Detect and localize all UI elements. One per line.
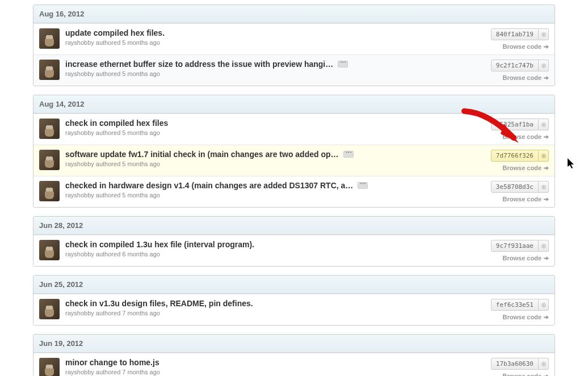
browse-code-link[interactable]: Browse code	[503, 43, 549, 50]
commit-main: software update fw1.7 initial check in (…	[65, 150, 485, 167]
commit-main: checked in hardware design v1.4 (main ch…	[65, 181, 485, 198]
commit-author-link[interactable]: rayshobby	[65, 310, 94, 316]
commit-title-link[interactable]: check in v1.3u design files, README, pin…	[65, 299, 253, 308]
commit-author-link[interactable]: rayshobby	[65, 160, 94, 167]
authored-text: authored	[94, 39, 123, 46]
commit-title-link[interactable]: check in compiled hex files	[65, 119, 168, 128]
commit-main: minor change to home.jsrayshobby authore…	[65, 358, 485, 375]
commit-time: 7 months ago	[122, 310, 160, 316]
commit-meta: rayshobby authored 5 months ago	[65, 192, 485, 198]
commit-meta: rayshobby authored 5 months ago	[65, 129, 485, 136]
expand-message-button[interactable]	[338, 61, 348, 67]
browse-tree-button[interactable]	[539, 358, 549, 370]
commit-row: check in compiled 1.3u hex file (interva…	[33, 235, 555, 266]
browse-code-label: Browse code	[503, 196, 541, 202]
commit-sha-link[interactable]: 9c7f931aae	[491, 240, 539, 252]
commit-title: check in compiled hex files	[65, 119, 485, 128]
commit-title-link[interactable]: software update fw1.7 initial check in (…	[65, 150, 339, 159]
avatar[interactable]	[39, 119, 60, 139]
commit-title-link[interactable]: update compiled hex files.	[65, 28, 165, 37]
expand-message-button[interactable]	[343, 151, 354, 158]
arrow-right-icon	[544, 374, 549, 377]
commit-row: checked in hardware design v1.4 (main ch…	[33, 176, 555, 207]
commit-sha-link[interactable]: 7d7766f326	[491, 150, 539, 162]
browse-code-link[interactable]: Browse code	[503, 164, 549, 171]
commit-meta: rayshobby authored 5 months ago	[65, 70, 485, 77]
expand-message-button[interactable]	[358, 182, 368, 189]
commit-group-date-header: Aug 14, 2012	[33, 95, 555, 113]
commit-title: software update fw1.7 initial check in (…	[65, 150, 485, 159]
commit-actions: 840f1ab719Browse code	[491, 28, 549, 50]
browse-code-link[interactable]: Browse code	[503, 255, 549, 261]
commit-meta: rayshobby authored 7 months ago	[65, 369, 485, 375]
sha-button-group: 7d7766f326	[491, 150, 549, 162]
avatar[interactable]	[39, 299, 60, 319]
browse-tree-button[interactable]	[539, 119, 549, 130]
authored-text: authored	[94, 310, 123, 316]
browse-code-link[interactable]: Browse code	[503, 314, 549, 320]
commit-title-link[interactable]: minor change to home.js	[65, 358, 159, 367]
sha-button-group: 9c2f1c747b	[491, 60, 549, 71]
commit-sha-link[interactable]: e5325af1ba	[491, 119, 539, 130]
mouse-cursor	[568, 158, 576, 171]
commit-title: increase ethernet buffer size to address…	[65, 60, 485, 69]
arrow-right-icon	[544, 134, 549, 140]
commit-group-date-header: Jun 25, 2012	[33, 276, 555, 294]
commit-author-link[interactable]: rayshobby	[65, 70, 94, 77]
commit-main: check in compiled 1.3u hex file (interva…	[65, 240, 485, 257]
browse-tree-button[interactable]	[539, 150, 549, 162]
commit-group: Aug 16, 2012update compiled hex files.ra…	[33, 5, 555, 86]
commit-sha-link[interactable]: 840f1ab719	[491, 28, 539, 40]
commit-actions: 3e58708d3cBrowse code	[491, 181, 549, 202]
browse-code-link[interactable]: Browse code	[503, 74, 549, 81]
sha-button-group: 9c7f931aae	[491, 240, 549, 252]
sha-button-group: 17b3a60630	[491, 358, 549, 370]
commit-row: software update fw1.7 initial check in (…	[33, 145, 555, 176]
authored-text: authored	[94, 251, 123, 257]
commit-main: update compiled hex files.rayshobby auth…	[65, 28, 485, 46]
browse-tree-button[interactable]	[539, 60, 549, 71]
authored-text: authored	[94, 70, 123, 77]
avatar[interactable]	[39, 358, 60, 376]
commit-meta: rayshobby authored 5 months ago	[65, 39, 485, 46]
commit-sha-link[interactable]: 17b3a60630	[491, 358, 539, 370]
avatar[interactable]	[39, 28, 60, 49]
commit-title: minor change to home.js	[65, 358, 485, 367]
arrow-right-icon	[544, 44, 549, 49]
commit-title-link[interactable]: checked in hardware design v1.4 (main ch…	[65, 181, 353, 190]
sha-button-group: fef6c33e51	[491, 299, 549, 311]
commit-author-link[interactable]: rayshobby	[65, 369, 94, 375]
commit-time: 7 months ago	[122, 369, 160, 375]
browse-code-label: Browse code	[503, 43, 541, 50]
browse-tree-button[interactable]	[539, 240, 549, 252]
browse-code-link[interactable]: Browse code	[503, 133, 549, 140]
browse-tree-button[interactable]	[539, 181, 549, 193]
commit-title-link[interactable]: increase ethernet buffer size to address…	[65, 60, 333, 69]
browse-code-label: Browse code	[503, 314, 541, 320]
commit-meta: rayshobby authored 7 months ago	[65, 310, 485, 316]
commit-main: check in v1.3u design files, README, pin…	[65, 299, 485, 316]
sha-button-group: e5325af1ba	[491, 119, 549, 130]
commit-row: minor change to home.jsrayshobby authore…	[33, 353, 555, 376]
commit-author-link[interactable]: rayshobby	[65, 129, 94, 136]
commit-sha-link[interactable]: 9c2f1c747b	[491, 60, 539, 71]
commit-actions: e5325af1baBrowse code	[491, 119, 549, 140]
avatar[interactable]	[39, 240, 60, 260]
browse-code-link[interactable]: Browse code	[503, 373, 549, 376]
commit-sha-link[interactable]: 3e58708d3c	[491, 181, 539, 193]
commit-title-link[interactable]: check in compiled 1.3u hex file (interva…	[65, 240, 254, 249]
browse-tree-button[interactable]	[539, 299, 549, 311]
browse-tree-button[interactable]	[539, 28, 549, 40]
arrow-right-icon	[544, 197, 549, 202]
commit-author-link[interactable]: rayshobby	[65, 39, 94, 46]
commit-author-link[interactable]: rayshobby	[65, 192, 94, 198]
avatar[interactable]	[39, 60, 60, 80]
commit-time: 5 months ago	[122, 192, 160, 198]
browse-code-link[interactable]: Browse code	[503, 196, 549, 202]
commit-actions: fef6c33e51Browse code	[491, 299, 549, 320]
commit-author-link[interactable]: rayshobby	[65, 251, 94, 257]
commit-meta: rayshobby authored 5 months ago	[65, 160, 485, 167]
avatar[interactable]	[39, 181, 60, 201]
commit-sha-link[interactable]: fef6c33e51	[491, 299, 539, 311]
avatar[interactable]	[39, 150, 60, 170]
